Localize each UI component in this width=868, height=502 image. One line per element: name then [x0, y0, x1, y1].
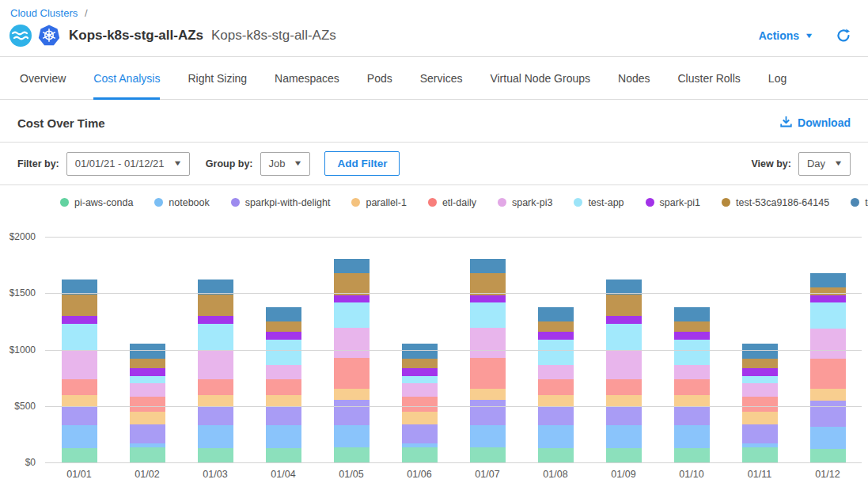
bar-segment-test-pkix — [198, 280, 233, 295]
bar-segment-test-53ca9186-64145 — [538, 321, 574, 333]
bar-segment-test-pkix — [266, 307, 301, 321]
tab-cost-analysis[interactable]: Cost Analysis — [93, 57, 160, 100]
bar-segment-spark-pi3 — [402, 383, 438, 396]
bar-segment-sparkpi-with-delight — [334, 400, 370, 425]
legend-item-parallel-1[interactable]: parallel-1 — [351, 197, 406, 208]
bar-segment-test-app — [334, 302, 370, 328]
bar-segment-test-app — [130, 376, 165, 383]
bar-segment-pi-aws-conda — [130, 447, 165, 462]
legend-label: spark-pi3 — [512, 197, 552, 208]
legend-item-notebook[interactable]: notebook — [154, 197, 209, 208]
bar-segment-spark-pi3 — [130, 383, 165, 396]
bar-segment-spark-pi3 — [538, 365, 574, 380]
legend-label: test-app — [588, 197, 624, 208]
gridline — [45, 406, 862, 407]
cluster-header: Kops-k8s-stg-all-AZs Kops-k8s-stg-all-AZ… — [0, 19, 868, 56]
legend-item-spark-pi3[interactable]: spark-pi3 — [498, 197, 552, 208]
bar-segment-notebook — [470, 425, 506, 448]
bar-segment-etl-daily — [470, 358, 506, 388]
x-axis-tick-01-02: 01/02 — [113, 469, 181, 480]
download-button[interactable]: Download — [780, 116, 851, 130]
x-axis-tick-01-01: 01/01 — [45, 469, 113, 480]
bar-segment-parallel-1 — [266, 395, 301, 406]
bar-segment-etl-daily — [538, 379, 574, 394]
bar-segment-spark-pi1 — [334, 295, 370, 302]
tab-overview[interactable]: Overview — [20, 57, 66, 100]
bar-segment-pi-aws-conda — [334, 447, 370, 462]
tab-nodes[interactable]: Nodes — [618, 57, 650, 100]
bar-segment-test-53ca9186-64145 — [130, 359, 165, 368]
legend-item-test-pkix[interactable]: test-pkix — [851, 197, 868, 208]
tab-services[interactable]: Services — [420, 57, 463, 100]
bar-segment-notebook — [606, 425, 642, 448]
bar-segment-test-app — [266, 340, 301, 365]
bar-segment-spark-pi3 — [674, 365, 710, 380]
legend-item-test-app[interactable]: test-app — [574, 197, 624, 208]
tab-namespaces[interactable]: Namespaces — [275, 57, 339, 100]
bar-segment-test-pkix — [742, 344, 778, 359]
legend-dot-test-53ca9186-64145 — [722, 198, 730, 207]
chevron-down-icon: ▼ — [805, 32, 814, 40]
bar-segment-sparkpi-with-delight — [742, 424, 778, 443]
section-header: Cost Over Time Download — [0, 100, 868, 142]
bar-segment-test-53ca9186-64145 — [742, 359, 778, 368]
bar-segment-parallel-1 — [606, 395, 642, 406]
bar-segment-etl-daily — [742, 397, 778, 412]
add-filter-button[interactable]: Add Filter — [324, 151, 400, 176]
legend-item-pi-aws-conda[interactable]: pi-aws-conda — [60, 197, 133, 208]
legend-label: test-pkix — [865, 197, 868, 208]
legend-item-spark-pi1[interactable]: spark-pi1 — [646, 197, 700, 208]
bar-segment-sparkpi-with-delight — [62, 406, 97, 425]
bar-segment-etl-daily — [606, 379, 642, 394]
legend-item-sparkpi-with-delight[interactable]: sparkpi-with-delight — [231, 197, 331, 208]
download-icon — [780, 116, 792, 130]
x-axis-tick-01-05: 01/05 — [317, 469, 385, 480]
legend-item-etl-daily[interactable]: etl-daily — [428, 197, 476, 208]
bar-segment-pi-aws-conda — [538, 448, 574, 462]
tab-virtual-node-groups[interactable]: Virtual Node Groups — [490, 57, 590, 100]
bar-segment-spark-pi1 — [674, 332, 710, 339]
tab-bar: OverviewCost AnalysisRight SizingNamespa… — [0, 57, 868, 100]
date-range-dropdown[interactable]: 01/01/21 - 01/12/21 ▼ — [66, 152, 190, 176]
bar-segment-spark-pi1 — [470, 295, 506, 302]
tab-cluster-rolls[interactable]: Cluster Rolls — [677, 57, 740, 100]
bar-segment-etl-daily — [198, 379, 233, 394]
bar-segment-parallel-1 — [810, 389, 846, 401]
bar-segment-parallel-1 — [470, 389, 506, 400]
bar-segment-spark-pi3 — [606, 350, 642, 380]
bar-segment-test-53ca9186-64145 — [606, 295, 642, 316]
y-axis-tick--0: $0 — [0, 457, 36, 468]
group-by-dropdown[interactable]: Job ▼ — [260, 152, 311, 176]
actions-button[interactable]: Actions ▼ — [759, 29, 813, 42]
breadcrumb-link-cloud-clusters[interactable]: Cloud Clusters — [10, 7, 78, 19]
tab-right-sizing[interactable]: Right Sizing — [188, 57, 247, 100]
bar-segment-spark-pi1 — [538, 332, 574, 339]
bar-segment-etl-daily — [674, 379, 710, 394]
legend-item-test-53ca9186-64145[interactable]: test-53ca9186-64145 — [722, 197, 829, 208]
gridline — [45, 462, 862, 463]
bar-segment-test-53ca9186-64145 — [198, 295, 233, 316]
tab-pods[interactable]: Pods — [367, 57, 392, 100]
bar-segment-pi-aws-conda — [810, 449, 846, 462]
legend-dot-test-pkix — [851, 198, 859, 207]
gridline — [45, 237, 862, 238]
tab-log[interactable]: Log — [768, 57, 787, 100]
bar-segment-pi-aws-conda — [742, 447, 778, 462]
bar-segment-test-app — [470, 302, 506, 328]
ocean-logo-icon — [9, 25, 32, 47]
refresh-button[interactable] — [836, 29, 851, 43]
bar-segment-sparkpi-with-delight — [266, 406, 301, 425]
download-label: Download — [798, 116, 851, 129]
bar-segment-spark-pi3 — [742, 383, 778, 396]
bar-segment-sparkpi-with-delight — [130, 424, 165, 443]
y-axis-tick--1500: $1500 — [0, 287, 36, 299]
bar-segment-sparkpi-with-delight — [198, 406, 233, 425]
legend-dot-notebook — [154, 198, 163, 207]
chevron-down-icon: ▼ — [834, 160, 843, 167]
bar-segment-spark-pi1 — [130, 368, 165, 376]
bar-segment-test-pkix — [334, 259, 370, 274]
bar-segment-notebook — [810, 427, 846, 449]
view-by-dropdown[interactable]: Day ▼ — [798, 152, 851, 176]
bar-segment-spark-pi1 — [810, 295, 846, 302]
breadcrumb-separator: / — [85, 7, 88, 19]
